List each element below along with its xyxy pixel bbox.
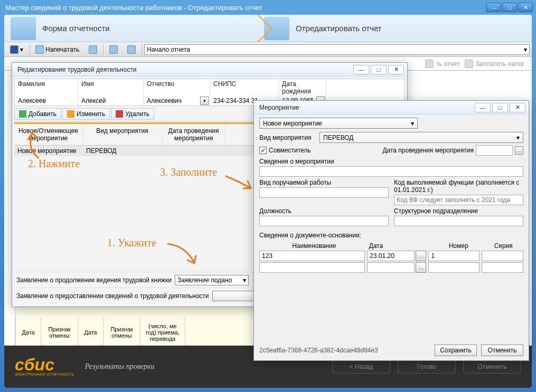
doc-name-input[interactable]	[259, 251, 365, 261]
cancel-button[interactable]: Отменить	[481, 345, 523, 356]
sbis-sub: ЭЛЕКТРОННАЯ ОТЧЕТНОСТЬ	[15, 372, 74, 376]
wizard-header: Форма отчетности Отредактировать отчет	[4, 15, 532, 42]
annotation-3: 3. Заполните	[160, 166, 217, 178]
func-input[interactable]	[394, 195, 523, 205]
doc-col-num: Номер	[434, 242, 483, 250]
tax-label: Заплатить налог	[475, 60, 524, 68]
edit-close-button[interactable]: ✕	[388, 65, 404, 74]
tool-icon-2	[109, 45, 118, 54]
edit-dialog-title: Редактирование трудовой деятельности	[17, 66, 137, 73]
word-icon	[10, 45, 18, 54]
event-date-picker[interactable]: …	[515, 146, 523, 155]
event-dialog: Мероприятие — □ ✕ Новое мероприятие▾ Вид…	[253, 100, 529, 361]
word-button[interactable]: ▾	[6, 44, 27, 55]
doc-name-input-2[interactable]	[259, 262, 365, 273]
sved-input[interactable]	[259, 166, 523, 177]
col-familia: Фамилия	[15, 79, 78, 96]
save-button[interactable]: Сохранить	[435, 345, 477, 356]
tool-button-1[interactable]	[85, 44, 101, 55]
tool-button-3[interactable]	[124, 44, 139, 55]
col-otch: Отчество	[144, 79, 210, 96]
add-button[interactable]: Добавить	[14, 108, 61, 120]
doc-col-date: Дата	[369, 242, 434, 250]
event-maximize-button[interactable]: □	[492, 103, 508, 112]
doc-date-input[interactable]	[367, 251, 415, 261]
edit-icon	[67, 110, 74, 118]
doc-num-input[interactable]	[428, 251, 479, 261]
report-icon	[425, 60, 434, 68]
wizard-step2-label: Отредактировать отчет	[296, 24, 382, 33]
done-button[interactable]: Готово	[398, 360, 456, 374]
event-close-button[interactable]: ✕	[510, 103, 525, 112]
doc-date-picker-2[interactable]: …	[416, 262, 426, 273]
bg-col-cancel2: Признак отмены	[103, 318, 140, 346]
doc-ser-input-2[interactable]	[482, 262, 523, 273]
bg-col-date1: Дата	[15, 318, 41, 346]
close-button[interactable]: ✕	[518, 3, 533, 12]
section-combo[interactable]: Начало отчета▾	[144, 44, 530, 55]
bg-col-cancel1: Признак отмены	[41, 318, 78, 346]
tool-icon-3	[127, 45, 136, 54]
footer-label: Результаты проверки	[85, 362, 155, 371]
val-imya[interactable]: Алексей	[78, 96, 144, 106]
maximize-button[interactable]: □	[502, 3, 517, 12]
cancel-button-footer[interactable]: Отменить	[463, 360, 521, 374]
pos-input[interactable]	[259, 216, 389, 226]
label-trudbook: Заявление о продолжении ведения трудовой…	[16, 276, 172, 284]
back-button[interactable]: < Назад	[332, 360, 390, 374]
cell-type: ПЕРЕВОД	[83, 146, 162, 156]
col-dob: Дата рождения	[279, 79, 326, 96]
col-imya: Имя	[78, 79, 144, 96]
report-label: ть отчет	[436, 60, 459, 68]
form-icon	[11, 17, 36, 40]
delete-icon	[116, 110, 123, 118]
doc-col-ser: Серия	[484, 242, 523, 250]
work-input[interactable]	[259, 187, 389, 198]
event-dialog-title: Мероприятие	[259, 104, 299, 111]
dept-label: Структурное подразделение	[394, 207, 523, 215]
tool-icon-1	[89, 45, 97, 54]
bg-col-date2: Дата	[78, 318, 103, 346]
combo-trudbook[interactable]: Заявление подано▾	[175, 275, 249, 285]
toolbar: ▾ Напечатать Начало отчета▾	[4, 42, 532, 57]
main-titlebar: Мастер сведений о трудовой деятельности …	[0, 0, 536, 15]
doc-ser-input[interactable]	[482, 251, 523, 261]
hdr-type: Вид мероприятия	[83, 124, 162, 145]
wizard-step1-label: Форма отчетности	[42, 24, 110, 33]
event-minimize-button[interactable]: —	[475, 103, 491, 112]
doc-num-input-2[interactable]	[428, 262, 479, 273]
dept-input[interactable]	[394, 216, 523, 226]
hdr-date: Дата проведения мероприятия	[162, 124, 225, 145]
event-type-combo[interactable]: Новое мероприятие▾	[259, 118, 418, 129]
tool-button-2[interactable]	[106, 44, 121, 55]
tax-icon	[465, 60, 473, 68]
col-snips: СНИПС	[210, 79, 279, 96]
print-icon	[35, 45, 44, 54]
chevron-right-icon	[258, 15, 274, 42]
sbis-logo: сбис	[15, 357, 74, 372]
minimize-button[interactable]: —	[486, 3, 501, 12]
arrow-1-icon	[165, 241, 202, 267]
bg-col-admit: (число, ме год) приема, перевода	[140, 318, 185, 346]
window-title: Мастер сведений о трудовой деятельности …	[5, 4, 262, 12]
sved-label: Сведения о мероприятии	[259, 158, 523, 165]
val-familia[interactable]: Алексеев	[15, 96, 78, 106]
arrow-3-icon	[223, 174, 255, 195]
vid-label: Вид мероприятия	[259, 134, 316, 141]
otch-dropdown-button[interactable]: ▾	[200, 97, 209, 105]
edit-maximize-button[interactable]: □	[371, 65, 387, 74]
print-button[interactable]: Напечатать	[32, 44, 83, 55]
val-otch[interactable]: Алексеевич▾	[144, 96, 210, 106]
edit-button[interactable]: Изменить	[62, 108, 110, 120]
func-label: Код выполняемой функции (заполняется с 0…	[394, 179, 523, 194]
edit-minimize-button[interactable]: —	[353, 65, 369, 74]
add-icon	[19, 110, 26, 118]
sovm-checkbox[interactable]: ✔Совместитель	[259, 147, 311, 154]
doc-date-input-2[interactable]	[367, 262, 415, 273]
vid-combo[interactable]: ПЕРЕВОД▾	[319, 132, 523, 143]
doc-col-name: Наименование	[259, 242, 369, 250]
delete-button[interactable]: Удалить	[111, 108, 154, 120]
event-date-input[interactable]	[476, 145, 513, 156]
doc-date-picker[interactable]: …	[416, 251, 426, 261]
annotation-1: 1. Укажите	[107, 237, 156, 249]
